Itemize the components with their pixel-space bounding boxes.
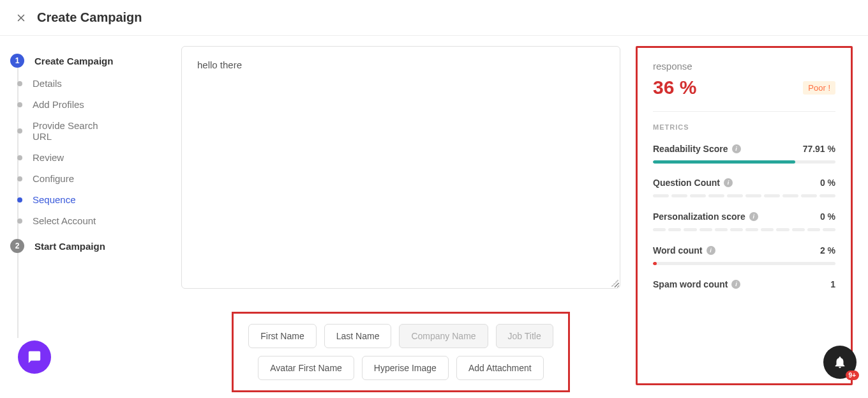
notifications-button[interactable]: 9+ xyxy=(823,346,857,379)
substep-review[interactable]: Review xyxy=(15,152,153,163)
substep-sequence[interactable]: Sequence xyxy=(15,194,153,205)
dot-icon xyxy=(17,155,22,160)
substep-details[interactable]: Details xyxy=(15,78,153,89)
step-start-campaign[interactable]: 2 Start Campaign xyxy=(13,239,153,253)
editor-column: hello there First Name Last Name Company… xyxy=(181,46,620,385)
step-label: Add Profiles xyxy=(33,99,84,110)
main-layout: 1 Create Campaign Details Add Profiles P… xyxy=(0,36,868,395)
token-hyperise-image[interactable]: Hyperise Image xyxy=(362,356,449,380)
dot-icon xyxy=(17,176,22,181)
segment-bar xyxy=(653,228,835,231)
header: Create Campaign xyxy=(0,0,868,36)
info-icon[interactable]: i xyxy=(731,280,740,289)
segment-bar xyxy=(653,194,835,197)
step-label: Sequence xyxy=(33,194,76,205)
progress-bar xyxy=(653,160,835,164)
step-label: Details xyxy=(33,78,62,89)
editor-text: hello there xyxy=(197,59,242,70)
metric-value: 77.91 % xyxy=(803,144,835,154)
info-icon[interactable]: i xyxy=(707,246,715,255)
substep-add-profiles[interactable]: Add Profiles xyxy=(15,99,153,110)
substep-configure[interactable]: Configure xyxy=(15,173,153,184)
metric-value: 1 xyxy=(830,279,835,289)
metric-label: Spam word count xyxy=(653,279,728,289)
metrics-panel: response 36 % Poor ! METRICS Readability… xyxy=(636,46,853,385)
close-icon[interactable] xyxy=(15,12,27,24)
dot-icon xyxy=(17,102,22,107)
metric-label: Readability Score xyxy=(653,144,728,154)
metric-value: 0 % xyxy=(820,211,835,222)
info-icon[interactable]: i xyxy=(724,178,733,187)
dot-icon xyxy=(17,81,22,86)
metric-label: Personalization score xyxy=(653,211,745,222)
step-label: Select Account xyxy=(33,215,96,226)
bell-icon xyxy=(833,355,847,369)
metric-value: 2 % xyxy=(820,245,835,256)
substep-select-account[interactable]: Select Account xyxy=(15,215,153,226)
token-company-name: Company Name xyxy=(399,324,488,348)
dot-icon xyxy=(17,218,22,224)
metrics-title: METRICS xyxy=(653,123,835,131)
step-label: Start Campaign xyxy=(34,241,105,252)
step-label: Provide Search URL xyxy=(33,120,109,142)
step-label: Create Campaign xyxy=(34,56,113,66)
divider xyxy=(653,111,835,112)
step-label: Configure xyxy=(33,173,74,184)
metric-spam-word-count: Spam word counti 1 xyxy=(653,279,835,289)
content-area: hello there First Name Last Name Company… xyxy=(166,36,868,395)
token-add-attachment[interactable]: Add Attachment xyxy=(456,356,544,380)
metric-word-count: Word counti 2 % xyxy=(653,245,835,265)
token-buttons-container: First Name Last Name Company Name Job Ti… xyxy=(232,312,570,392)
substep-provide-search-url[interactable]: Provide Search URL xyxy=(15,120,153,142)
token-last-name[interactable]: Last Name xyxy=(324,324,392,348)
token-job-title: Job Title xyxy=(496,324,553,348)
metric-question-count: Question Counti 0 % xyxy=(653,178,835,197)
step-create-campaign[interactable]: 1 Create Campaign xyxy=(13,54,153,68)
page-title: Create Campaign xyxy=(37,10,142,25)
metric-readability: Readability Scorei 77.91 % xyxy=(653,144,835,164)
step-label: Review xyxy=(33,152,64,163)
response-badge: Poor ! xyxy=(803,81,835,95)
token-first-name[interactable]: First Name xyxy=(248,324,316,348)
progress-fill xyxy=(653,160,795,164)
dot-icon xyxy=(17,128,22,134)
token-avatar-first-name[interactable]: Avatar First Name xyxy=(258,356,354,380)
chat-button[interactable] xyxy=(18,341,51,374)
info-icon[interactable]: i xyxy=(749,212,758,221)
metric-personalization: Personalization scorei 0 % xyxy=(653,211,835,231)
metric-label: Word count xyxy=(653,245,703,256)
message-editor[interactable]: hello there xyxy=(181,46,620,289)
response-label: response xyxy=(653,61,835,72)
metric-label: Question Count xyxy=(653,178,720,188)
step-number-icon: 1 xyxy=(10,54,24,68)
progress-bar xyxy=(653,262,835,265)
response-row: 36 % Poor ! xyxy=(653,77,835,98)
dot-icon xyxy=(17,197,22,203)
progress-fill xyxy=(653,262,657,265)
info-icon[interactable]: i xyxy=(732,144,741,153)
chat-icon xyxy=(27,350,41,364)
sidebar: 1 Create Campaign Details Add Profiles P… xyxy=(0,36,166,395)
response-percentage: 36 % xyxy=(653,77,696,98)
metric-value: 0 % xyxy=(820,178,835,188)
notification-badge: 9+ xyxy=(846,371,859,380)
step-number-icon: 2 xyxy=(10,239,24,253)
